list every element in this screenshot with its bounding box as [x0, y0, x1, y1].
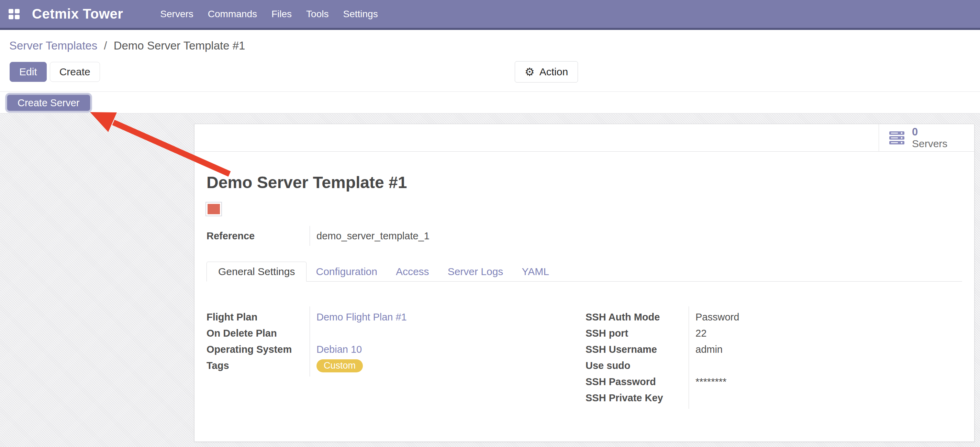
navbar-menu: ServersCommandsFilesToolsSettings	[160, 9, 378, 19]
field-value-flight-plan: Demo Flight Plan #1	[310, 311, 426, 323]
nav-item-commands[interactable]: Commands	[208, 9, 257, 19]
field-row-ssh-username: SSH Usernameadmin	[585, 342, 847, 358]
top-navbar: Cetmix Tower ServersCommandsFilesToolsSe…	[0, 0, 980, 30]
action-button-label: Action	[539, 66, 568, 78]
breadcrumb-current: Demo Server Template #1	[114, 39, 245, 52]
page-title: Demo Server Template #1	[207, 173, 407, 192]
tab-server-logs[interactable]: Server Logs	[439, 262, 513, 281]
field-row-ssh-private-key: SSH Private Key	[585, 390, 847, 406]
servers-count: 0	[912, 126, 947, 138]
nav-item-tools[interactable]: Tools	[306, 9, 328, 19]
stat-text: 0 Servers	[912, 126, 947, 149]
edit-button[interactable]: Edit	[10, 62, 47, 82]
nav-item-files[interactable]: Files	[272, 9, 292, 19]
tab-access[interactable]: Access	[387, 262, 439, 281]
stat-button-strip: 0 Servers	[194, 124, 974, 152]
breadcrumb: Server Templates / Demo Server Template …	[9, 37, 245, 54]
field-label-ssh-port: SSH port	[585, 328, 689, 339]
apps-grid-icon[interactable]	[9, 9, 19, 19]
tab-general-settings[interactable]: General Settings	[207, 262, 307, 282]
field-label-ssh-auth-mode: SSH Auth Mode	[585, 311, 689, 323]
gear-icon: ⚙	[525, 66, 535, 77]
color-swatch-fill	[208, 204, 220, 214]
field-label-tags: Tags	[207, 360, 310, 371]
field-row-tags: TagsCustom	[207, 358, 426, 374]
reference-label: Reference	[207, 230, 310, 242]
field-value-ssh-password: ********	[689, 376, 847, 388]
control-panel: Server Templates / Demo Server Template …	[0, 30, 980, 91]
reference-value: demo_server_template_1	[310, 230, 502, 242]
field-row-use-sudo: Use sudo	[585, 358, 847, 374]
tab-configuration[interactable]: Configuration	[307, 262, 386, 281]
field-row-operating-system: Operating SystemDebian 10	[207, 342, 426, 358]
field-label-flight-plan: Flight Plan	[207, 311, 310, 323]
apps-grid-square	[15, 9, 19, 13]
field-label-use-sudo: Use sudo	[585, 360, 689, 371]
field-value-ssh-username: admin	[689, 344, 847, 355]
field-label-ssh-password: SSH Password	[585, 376, 689, 388]
field-label-operating-system: Operating System	[207, 344, 310, 355]
field-label-on-delete-plan: On Delete Plan	[207, 328, 310, 339]
fields-area: Flight PlanDemo Flight Plan #1On Delete …	[194, 309, 974, 423]
tab-bar: General SettingsConfigurationAccessServe…	[207, 262, 962, 282]
field-value-ssh-port: 22	[689, 328, 847, 339]
breadcrumb-separator: /	[104, 39, 107, 52]
apps-grid-square	[9, 15, 13, 19]
field-row-on-delete-plan: On Delete Plan	[207, 325, 426, 342]
field-row-ssh-auth-mode: SSH Auth ModePassword	[585, 309, 847, 325]
breadcrumb-server-templates[interactable]: Server Templates	[9, 39, 97, 52]
apps-grid-square	[15, 15, 19, 19]
reference-group: Reference demo_server_template_1	[207, 226, 502, 246]
statusbar: Create Server	[0, 91, 980, 113]
fields-group-right: SSH Auth ModePasswordSSH port22SSH Usern…	[585, 309, 847, 406]
field-row-ssh-password: SSH Password********	[585, 374, 847, 390]
tag-badge-custom[interactable]: Custom	[317, 359, 363, 372]
app-brand[interactable]: Cetmix Tower	[32, 6, 123, 22]
servers-stat-button[interactable]: 0 Servers	[879, 124, 974, 151]
field-row-ssh-port: SSH port22	[585, 325, 847, 342]
create-server-button[interactable]: Create Server	[7, 94, 91, 111]
field-link-debian-10[interactable]: Debian 10	[317, 344, 362, 355]
color-swatch[interactable]	[205, 202, 222, 216]
tab-yaml[interactable]: YAML	[512, 262, 558, 281]
form-card: 0 Servers Demo Server Template #1 Refere…	[194, 124, 975, 442]
nav-item-settings[interactable]: Settings	[343, 9, 378, 19]
page-body: 0 Servers Demo Server Template #1 Refere…	[0, 113, 980, 447]
action-button[interactable]: ⚙ Action	[515, 61, 578, 83]
control-buttons: Edit Create	[10, 62, 100, 82]
fields-group-left: Flight PlanDemo Flight Plan #1On Delete …	[207, 309, 426, 374]
field-row-flight-plan: Flight PlanDemo Flight Plan #1	[207, 309, 426, 325]
server-stack-icon	[889, 131, 904, 144]
nav-item-servers[interactable]: Servers	[160, 9, 193, 19]
servers-label: Servers	[912, 138, 947, 149]
field-value-tags: Custom	[310, 359, 426, 372]
field-link-demo-flight-plan-1[interactable]: Demo Flight Plan #1	[317, 311, 407, 322]
field-value-ssh-auth-mode: Password	[689, 311, 847, 323]
apps-grid-square	[9, 9, 13, 13]
create-button[interactable]: Create	[50, 62, 100, 82]
field-label-ssh-username: SSH Username	[585, 344, 689, 355]
field-label-ssh-private-key: SSH Private Key	[585, 392, 689, 404]
field-value-operating-system: Debian 10	[310, 344, 426, 355]
